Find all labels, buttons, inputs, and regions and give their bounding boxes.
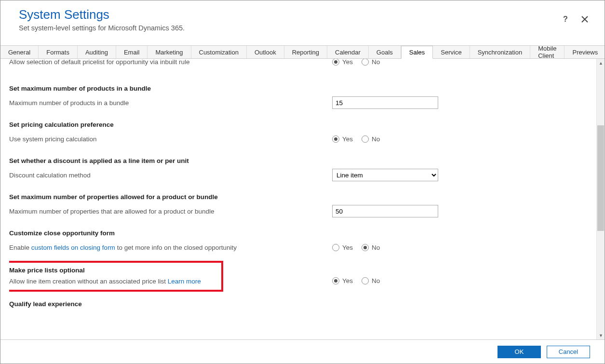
help-icon[interactable]: ? bbox=[560, 14, 571, 25]
default-pricelist-yes[interactable]: Yes bbox=[332, 59, 353, 66]
tab-customization[interactable]: Customization bbox=[191, 46, 247, 58]
vertical-scrollbar[interactable]: ▲ ▼ bbox=[596, 59, 605, 339]
discount-method-select[interactable]: Line item bbox=[332, 169, 438, 181]
qualify-lead-heading: Qualify lead experience bbox=[9, 300, 596, 308]
pricelists-optional-yes[interactable]: Yes bbox=[332, 277, 353, 284]
tab-mobile-client[interactable]: Mobile Client bbox=[530, 46, 565, 58]
page-subtitle: Set system-level settings for Microsoft … bbox=[19, 24, 594, 32]
tab-calendar[interactable]: Calendar bbox=[327, 46, 369, 58]
tab-formats[interactable]: Formats bbox=[39, 46, 78, 58]
close-icon[interactable] bbox=[579, 14, 590, 25]
learn-more-link[interactable]: Learn more bbox=[168, 278, 201, 285]
max-props-heading: Set maximum number of properties allowed… bbox=[9, 193, 596, 201]
tab-synchronization[interactable]: Synchronization bbox=[470, 46, 531, 58]
close-opp-heading: Customize close opportunity form bbox=[9, 229, 596, 237]
max-props-input[interactable] bbox=[332, 205, 438, 217]
tab-previews[interactable]: Previews bbox=[565, 46, 605, 58]
close-opp-yes[interactable]: Yes bbox=[332, 244, 353, 251]
cancel-button[interactable]: Cancel bbox=[547, 346, 590, 358]
max-products-input[interactable] bbox=[332, 96, 438, 109]
pricelists-optional-highlight: Make price lists optional Allow line ite… bbox=[9, 261, 223, 292]
tab-auditing[interactable]: Auditing bbox=[78, 46, 116, 58]
tab-outlook[interactable]: Outlook bbox=[247, 46, 284, 58]
pricelists-optional-label: Allow line item creation without an asso… bbox=[9, 278, 216, 285]
sales-tab-content: Set whether the default pricelist for an… bbox=[0, 59, 596, 339]
tab-general[interactable]: General bbox=[0, 46, 39, 58]
close-opp-label: Enable custom fields on closing form to … bbox=[9, 244, 332, 251]
custom-fields-link[interactable]: custom fields on closing form bbox=[31, 244, 115, 251]
tab-goals[interactable]: Goals bbox=[369, 46, 401, 58]
pricing-pref-no[interactable]: No bbox=[362, 135, 380, 143]
pricing-pref-heading: Set pricing calculation preference bbox=[9, 121, 596, 128]
page-title: System Settings bbox=[19, 7, 594, 22]
tab-marketing[interactable]: Marketing bbox=[148, 46, 191, 58]
scroll-down-arrow[interactable]: ▼ bbox=[597, 331, 605, 339]
default-pricelist-no[interactable]: No bbox=[362, 59, 380, 66]
max-products-heading: Set maximum number of products in a bund… bbox=[9, 85, 596, 92]
discount-label: Discount calculation method bbox=[9, 172, 332, 179]
default-pricelist-label: Allow selection of default pricelist for… bbox=[9, 59, 332, 66]
dialog-footer: OK Cancel bbox=[0, 339, 605, 364]
ok-button[interactable]: OK bbox=[497, 346, 541, 358]
discount-heading: Set whether a discount is applied as a l… bbox=[9, 157, 596, 164]
close-opp-no[interactable]: No bbox=[362, 244, 380, 251]
tab-sales[interactable]: Sales bbox=[401, 46, 433, 59]
tab-reporting[interactable]: Reporting bbox=[284, 46, 327, 58]
max-props-label: Maximum number of properties that are al… bbox=[9, 208, 332, 215]
scroll-track[interactable] bbox=[597, 67, 605, 331]
scroll-up-arrow[interactable]: ▲ bbox=[597, 59, 605, 67]
max-products-label: Maximum number of products in a bundle bbox=[9, 99, 332, 107]
dialog-header: System Settings Set system-level setting… bbox=[0, 0, 605, 37]
pricing-pref-yes[interactable]: Yes bbox=[332, 135, 353, 143]
pricelists-optional-heading: Make price lists optional bbox=[9, 267, 216, 274]
system-settings-window: System Settings Set system-level setting… bbox=[0, 0, 605, 364]
tab-strip: General Formats Auditing Email Marketing… bbox=[0, 45, 605, 59]
pricing-pref-label: Use system pricing calculation bbox=[9, 135, 332, 143]
tab-email[interactable]: Email bbox=[116, 46, 148, 58]
svg-text:?: ? bbox=[563, 15, 568, 23]
pricelists-optional-no[interactable]: No bbox=[362, 277, 380, 284]
tab-service[interactable]: Service bbox=[433, 46, 470, 58]
scroll-thumb[interactable] bbox=[597, 125, 604, 231]
